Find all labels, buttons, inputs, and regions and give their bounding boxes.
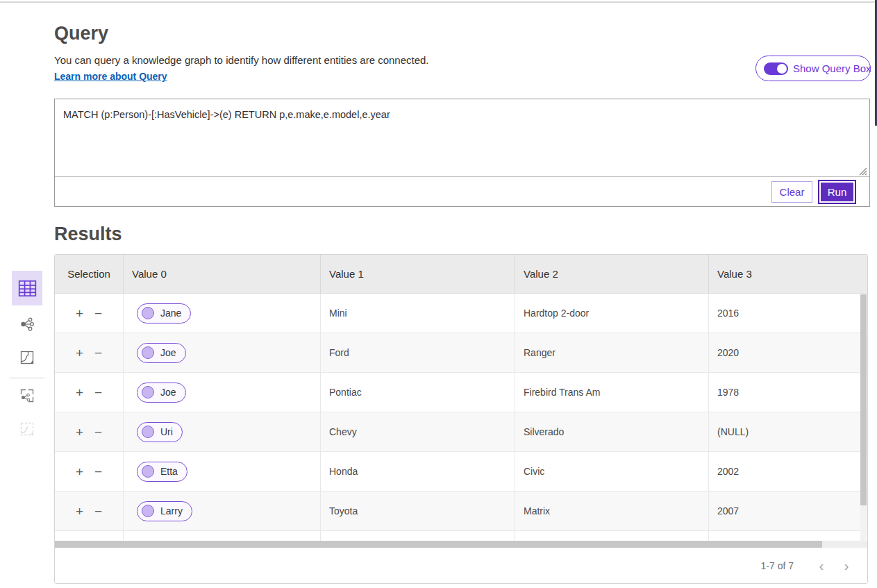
column-header-value2: Value 2 <box>515 255 708 293</box>
select-add-button[interactable]: + <box>76 465 83 478</box>
selection-cell: + − <box>55 373 123 412</box>
query-footer: Clear Run <box>55 176 869 206</box>
entity-node-icon <box>142 426 154 438</box>
select-add-button[interactable]: + <box>76 346 83 360</box>
query-panel: MATCH (p:Person)-[:HasVehicle]->(e) RETU… <box>54 99 870 207</box>
entity-node-icon <box>142 386 154 398</box>
resize-handle-icon[interactable] <box>858 166 867 176</box>
select-add-button[interactable]: + <box>76 307 83 320</box>
entity-chip[interactable]: Larry <box>137 501 192 521</box>
table-vertical-scrollbar[interactable] <box>860 294 867 541</box>
table-row: + − Larry Toyota Matrix 2007 <box>55 492 867 531</box>
toggle-switch-icon <box>764 62 788 75</box>
chevron-left-icon: ‹ <box>819 557 824 574</box>
entity-node-icon <box>142 307 154 319</box>
pagination-prev-button[interactable]: ‹ <box>809 553 834 578</box>
page-description: You can query a knowledge graph to ident… <box>54 54 429 66</box>
selection-cell: + − <box>55 452 123 491</box>
table-icon <box>18 280 37 297</box>
entity-cell: Etta <box>123 452 320 491</box>
selection-cell: + − <box>55 294 123 333</box>
entity-chip[interactable]: Joe <box>137 383 186 403</box>
entity-chip[interactable]: Joe <box>137 343 186 363</box>
select-add-button[interactable]: + <box>76 386 83 399</box>
select-add-button[interactable]: + <box>76 426 83 439</box>
link-chart-view-button[interactable] <box>12 310 42 338</box>
column-header-selection: Selection <box>55 255 123 293</box>
clear-button[interactable]: Clear <box>771 181 812 203</box>
value-cell: 2020 <box>708 333 867 372</box>
entity-chip[interactable]: Jane <box>137 303 191 324</box>
value-cell: 2002 <box>708 452 867 491</box>
entity-chip[interactable]: Uri <box>137 422 183 442</box>
show-query-box-toggle[interactable]: Show Query Box <box>755 56 871 81</box>
entity-cell <box>123 531 320 541</box>
value-cell: Civic <box>515 452 708 491</box>
entity-cell: Joe <box>123 333 320 372</box>
chevron-right-icon: › <box>844 557 849 574</box>
entity-label: Etta <box>160 466 178 477</box>
select-remove-button[interactable]: − <box>94 505 102 518</box>
column-header-value1: Value 1 <box>320 255 515 293</box>
entity-label: Larry <box>160 505 183 516</box>
query-page: Query You can query a knowledge graph to… <box>0 0 877 588</box>
query-input[interactable]: MATCH (p:Person)-[:HasVehicle]->(e) RETU… <box>55 99 868 177</box>
entity-label: Joe <box>160 347 176 358</box>
value-cell: Pontiac <box>320 373 515 412</box>
results-title: Results <box>54 224 122 245</box>
entity-node-icon <box>142 465 154 478</box>
map-view-button[interactable] <box>12 344 42 371</box>
link-chart-icon <box>19 316 35 333</box>
vertical-scroll-thumb[interactable] <box>860 294 867 505</box>
top-divider <box>0 1 877 3</box>
table-row: + − Joe Pontiac Firebird Trans Am 1978 <box>55 373 867 412</box>
column-header-value3: Value 3 <box>708 255 867 293</box>
entity-node-icon <box>142 346 154 359</box>
value-cell: 2016 <box>708 294 867 333</box>
entity-label: Uri <box>160 426 173 437</box>
learn-more-link[interactable]: Learn more about Query <box>54 71 167 82</box>
selection-cell: + − <box>55 492 123 530</box>
entity-cell: Jane <box>123 294 320 333</box>
table-row-partial <box>55 531 867 541</box>
value-cell: Honda <box>320 452 515 491</box>
select-remove-button[interactable]: − <box>94 307 102 320</box>
table-row: + − Uri Chevy Silverado (NULL) <box>55 412 867 452</box>
add-to-link-chart-button[interactable] <box>12 382 42 410</box>
results-table: Selection Value 0 Value 1 Value 2 Value … <box>54 254 868 584</box>
value-cell: 1978 <box>708 373 867 412</box>
add-to-map-button-disabled <box>12 415 42 443</box>
map-icon <box>19 349 35 366</box>
sidebar-divider <box>10 378 44 378</box>
run-button[interactable]: Run <box>821 183 853 201</box>
run-button-focus-ring: Run <box>818 180 856 204</box>
value-cell: Toyota <box>320 492 515 530</box>
entity-cell: Joe <box>123 373 320 412</box>
selection-cell: + − <box>55 333 123 372</box>
value-cell: Silverado <box>515 412 708 451</box>
value-cell: Chevy <box>320 412 515 451</box>
selection-cell: + − <box>55 412 123 451</box>
select-remove-button[interactable]: − <box>94 386 102 399</box>
value-cell: Mini <box>320 294 515 333</box>
table-view-button[interactable] <box>12 271 42 305</box>
select-remove-button[interactable]: − <box>94 465 102 478</box>
results-view-sidebar <box>9 271 45 443</box>
entity-cell: Larry <box>123 492 320 530</box>
pagination-next-button[interactable]: › <box>834 553 859 578</box>
table-footer: 1-7 of 7 ‹ › <box>55 548 867 583</box>
value-cell: Ford <box>320 333 515 372</box>
select-remove-button[interactable]: − <box>94 346 102 360</box>
entity-label: Joe <box>160 387 176 398</box>
pagination-label: 1-7 of 7 <box>761 560 794 571</box>
value-cell: Hardtop 2-door <box>515 294 708 333</box>
select-add-button[interactable]: + <box>76 505 83 518</box>
toggle-label: Show Query Box <box>793 62 871 74</box>
value-cell: Matrix <box>515 492 708 530</box>
value-cell: 2007 <box>708 492 867 530</box>
select-remove-button[interactable]: − <box>94 426 102 439</box>
entity-chip[interactable]: Etta <box>137 462 187 482</box>
value-cell: (NULL) <box>708 412 867 451</box>
add-to-map-icon <box>19 421 35 437</box>
entity-cell: Uri <box>123 412 320 451</box>
